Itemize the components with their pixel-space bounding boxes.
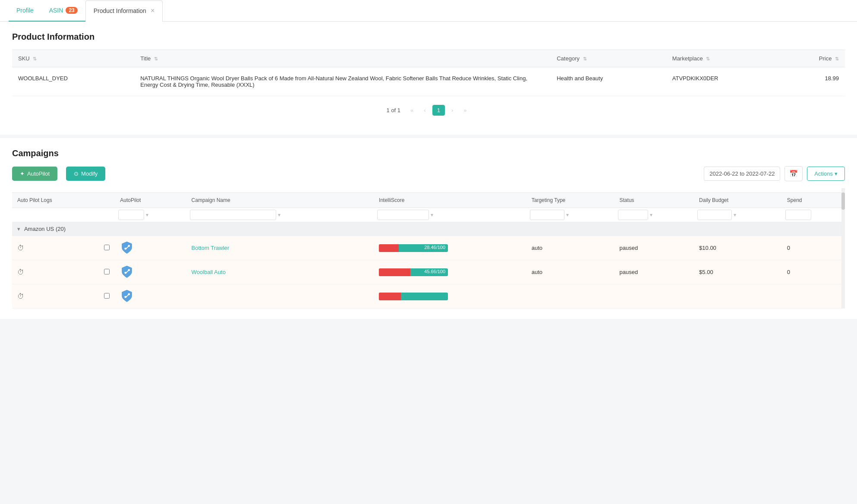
- clock-icon-partial: ⏱: [17, 293, 24, 300]
- pagination-last-button[interactable]: »: [460, 105, 470, 116]
- spend-filter-input[interactable]: [785, 210, 811, 220]
- scrollbar-thumb[interactable]: [841, 192, 845, 210]
- asin-badge: 23: [66, 7, 77, 14]
- pagination-total: 1: [397, 107, 400, 113]
- product-information-section: Product Information SKU ⇅ Title ⇅ Catego…: [0, 22, 857, 135]
- col-autopilot-hdr: AutoPilot: [115, 193, 186, 208]
- col-marketplace: Marketplace ⇅: [666, 50, 781, 67]
- sort-category-icon[interactable]: ⇅: [583, 56, 587, 62]
- cell-checkbox-woolball-auto: [99, 260, 115, 284]
- col-status-label: Status: [620, 197, 634, 203]
- actions-button[interactable]: Actions ▾: [807, 167, 845, 181]
- intelliscore-bar-woolball-auto: 45.66/100: [379, 268, 448, 276]
- autopilot-button[interactable]: ✦ AutoPilot: [12, 167, 57, 181]
- daily-budget-filter-funnel-icon: ▾: [734, 212, 736, 218]
- checkbox-woolball-auto[interactable]: [104, 269, 110, 274]
- campaign-name-filter-funnel-icon: ▾: [278, 212, 280, 218]
- pagination-of: of: [391, 107, 397, 113]
- campaign-link-woolball-auto[interactable]: Woolball Auto: [192, 269, 226, 275]
- col-campaign-name: Campaign Name: [186, 193, 374, 208]
- col-targeting-type-label: Targeting Type: [532, 197, 566, 203]
- col-title: Title ⇅: [134, 50, 551, 67]
- table-row: WOOLBALL_DYED NATURAL THINGS Organic Woo…: [12, 67, 845, 96]
- col-intelliscore: IntelliScore: [374, 193, 526, 208]
- campaigns-table: Auto Pilot Logs AutoPilot Campaign Name …: [12, 192, 845, 309]
- tab-profile[interactable]: Profile: [9, 0, 41, 22]
- clock-icon-bottom-trawler: ⏱: [17, 244, 24, 252]
- checkbox-bottom-trawler[interactable]: [104, 245, 110, 250]
- svg-point-2: [125, 272, 127, 274]
- pagination-first-button[interactable]: «: [406, 105, 417, 116]
- actions-chevron-icon: ▾: [835, 170, 838, 177]
- col-category: Category ⇅: [551, 50, 666, 67]
- cell-budget-woolball-auto: $5.00: [694, 260, 782, 284]
- pagination-prev-button[interactable]: ‹: [420, 105, 429, 116]
- shield-icon-bottom-trawler: [120, 240, 134, 254]
- pagination-current: 1: [387, 107, 390, 113]
- intelliscore-red-bottom-trawler: [379, 244, 399, 252]
- campaigns-section: Campaigns ✦ AutoPilot ⊙ Modify 2022-06-2…: [0, 135, 857, 319]
- cell-shield-woolball-auto: [115, 260, 186, 284]
- svg-point-0: [125, 248, 127, 250]
- filter-checkbox: [99, 208, 115, 222]
- cell-budget-bottom-trawler: $10.00: [694, 236, 782, 260]
- tab-asin[interactable]: ASIN 23: [41, 0, 85, 22]
- intelliscore-filter-input[interactable]: [377, 210, 429, 220]
- cell-shield-partial: [115, 284, 186, 309]
- tab-product-information[interactable]: Product Information ×: [85, 0, 163, 22]
- clock-icon-woolball-auto: ⏱: [17, 268, 24, 276]
- filter-autopilot: ▾: [115, 208, 186, 222]
- group-chevron-icon[interactable]: ▾: [17, 226, 20, 232]
- col-targeting-type: Targeting Type: [526, 193, 614, 208]
- sort-marketplace-icon[interactable]: ⇅: [706, 56, 710, 62]
- targeting-type-filter-input[interactable]: [530, 210, 564, 220]
- intelliscore-red-woolball-auto: [379, 268, 410, 276]
- campaign-link-bottom-trawler[interactable]: Bottom Trawler: [192, 245, 229, 251]
- daily-budget-filter-input[interactable]: [697, 210, 732, 220]
- pagination-page-1-button[interactable]: 1: [432, 105, 445, 116]
- cell-title: NATURAL THINGS Organic Wool Dryer Balls …: [134, 67, 551, 96]
- intelliscore-label-bottom-trawler: 28.46/100: [424, 245, 445, 250]
- autopilot-filter-funnel-icon: ▾: [146, 212, 148, 218]
- calendar-button[interactable]: 📅: [785, 166, 803, 181]
- filter-auto-pilot-logs: [12, 208, 99, 222]
- autopilot-filter-input[interactable]: [118, 210, 144, 220]
- tab-asin-label: ASIN: [49, 7, 63, 14]
- shield-icon-woolball-auto: [120, 265, 134, 278]
- col-spend-label: Spend: [787, 197, 802, 203]
- shield-icon-partial: [120, 289, 134, 302]
- close-tab-icon[interactable]: ×: [151, 7, 154, 15]
- cell-price: 18.99: [781, 67, 845, 96]
- svg-point-5: [128, 293, 130, 295]
- product-table-wrapper: SKU ⇅ Title ⇅ Category ⇅ Marketplace ⇅: [12, 50, 845, 96]
- sort-sku-icon[interactable]: ⇅: [33, 56, 37, 62]
- cell-targeting-bottom-trawler: auto: [526, 236, 614, 260]
- sort-price-icon[interactable]: ⇅: [835, 56, 839, 62]
- checkbox-partial[interactable]: [104, 293, 110, 299]
- modify-button[interactable]: ⊙ Modify: [66, 167, 105, 181]
- col-category-label: Category: [557, 55, 580, 62]
- intelliscore-bar-bottom-trawler: 28.46/100: [379, 244, 448, 252]
- filter-spend: [782, 208, 845, 222]
- cell-sku: WOOLBALL_DYED: [12, 67, 134, 96]
- campaign-name-filter-input[interactable]: [190, 210, 276, 220]
- sort-title-icon[interactable]: ⇅: [154, 56, 158, 62]
- cell-name-bottom-trawler: Bottom Trawler: [186, 236, 374, 260]
- col-campaign-name-label: Campaign Name: [192, 197, 230, 203]
- campaign-row-woolball-auto: ⏱ Woolball Auto: [12, 260, 845, 284]
- cell-shield-bottom-trawler: [115, 236, 186, 260]
- col-daily-budget-label: Daily Budget: [699, 197, 728, 203]
- campaigns-table-header-row: Auto Pilot Logs AutoPilot Campaign Name …: [12, 193, 845, 208]
- filter-daily-budget: ▾: [694, 208, 782, 222]
- status-filter-input[interactable]: [618, 210, 648, 220]
- campaign-row-partial: ⏱: [12, 284, 845, 309]
- cell-clock-partial: ⏱: [12, 284, 99, 309]
- campaigns-header: Campaigns: [12, 148, 845, 158]
- col-marketplace-label: Marketplace: [672, 55, 703, 62]
- col-price-label: Price: [819, 55, 832, 62]
- pagination-next-button[interactable]: ›: [447, 105, 457, 116]
- autopilot-label: AutoPilot: [27, 170, 50, 177]
- cell-intelliscore-bottom-trawler: 28.46/100: [374, 236, 526, 260]
- svg-point-4: [125, 296, 127, 298]
- tab-bar: Profile ASIN 23 Product Information ×: [0, 0, 857, 22]
